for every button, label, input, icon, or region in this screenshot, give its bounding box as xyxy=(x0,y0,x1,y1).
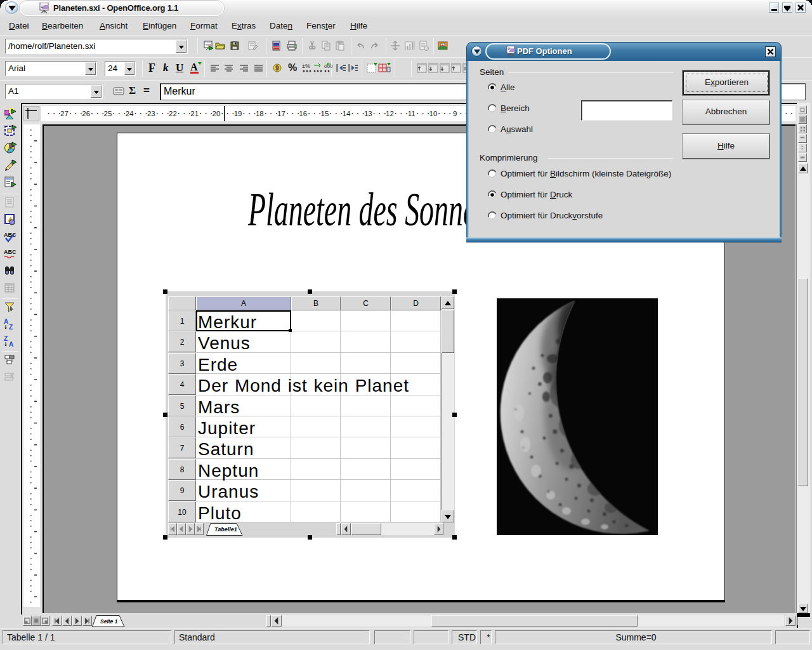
svg-text:21: 21 xyxy=(190,110,199,117)
svg-text:A: A xyxy=(4,318,8,325)
svg-text:12: 12 xyxy=(386,110,394,117)
svg-text:A: A xyxy=(9,341,13,348)
svg-text:17: 17 xyxy=(277,110,285,117)
svg-text:±%: ±% xyxy=(302,63,310,69)
svg-text:15: 15 xyxy=(321,110,329,117)
svg-text:Seite 1: Seite 1 xyxy=(100,618,118,625)
svg-text:24: 24 xyxy=(126,110,134,117)
svg-text:27: 27 xyxy=(60,110,69,117)
svg-text:9: 9 xyxy=(453,110,457,117)
svg-text:Z: Z xyxy=(9,324,13,331)
svg-text:19: 19 xyxy=(234,110,242,117)
svg-text:11: 11 xyxy=(408,110,416,117)
svg-text:13: 13 xyxy=(364,110,372,117)
svg-text:9: 9 xyxy=(275,65,279,72)
svg-text:18: 18 xyxy=(256,110,264,117)
svg-text:10: 10 xyxy=(429,110,438,117)
svg-text:23: 23 xyxy=(147,110,155,117)
svg-text:25: 25 xyxy=(104,110,112,117)
svg-text:A: A xyxy=(190,62,198,72)
svg-text:ABC: ABC xyxy=(4,232,16,238)
svg-text:ABC: ABC xyxy=(4,249,16,255)
svg-text:16: 16 xyxy=(299,110,307,117)
svg-text:Z: Z xyxy=(4,335,8,342)
svg-text:14: 14 xyxy=(343,110,351,117)
svg-text:26: 26 xyxy=(82,110,90,117)
svg-text:22: 22 xyxy=(169,110,177,117)
svg-text:20: 20 xyxy=(213,110,221,117)
svg-text:Tabelle1: Tabelle1 xyxy=(214,526,237,533)
